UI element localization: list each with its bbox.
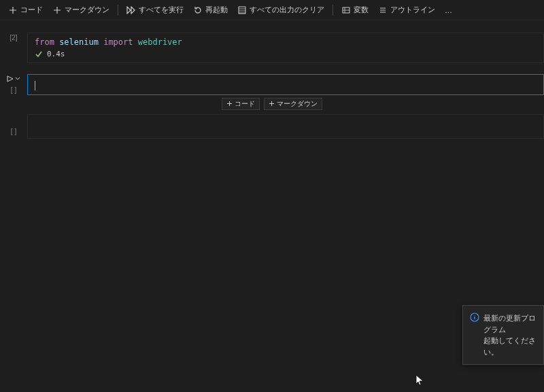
add-code-cell-button[interactable]: コード: [4, 3, 47, 17]
restart-icon: [193, 5, 203, 15]
variables-icon: [341, 5, 351, 15]
toast-line2: 起動してください。: [483, 335, 537, 357]
cell-type-icon: [ ]: [11, 128, 16, 135]
mouse-cursor: [415, 374, 425, 387]
execution-count: [2]: [10, 34, 17, 41]
outline-label: アウトライン: [390, 5, 435, 15]
run-all-label: すべてを実行: [139, 5, 184, 15]
add-code-label: コード: [20, 5, 43, 15]
cell-gutter: [ ]: [0, 74, 27, 95]
check-icon: [35, 50, 43, 58]
insert-markdown-button[interactable]: マークダウン: [264, 98, 322, 110]
add-markdown-cell-button[interactable]: マークダウン: [48, 3, 114, 17]
insert-code-button[interactable]: コード: [222, 98, 260, 110]
plus-icon: [52, 5, 62, 15]
toast-line1: 最新の更新プログラム: [483, 313, 537, 335]
code-cell: [ ]: [0, 74, 544, 95]
run-cell-button[interactable]: [7, 75, 20, 82]
update-notification-toast[interactable]: 最新の更新プログラム 起動してください。: [462, 305, 544, 365]
restart-label: 再起動: [205, 5, 228, 15]
notebook-toolbar: コード マークダウン すべてを実行 再起動 すべての出力のクリア 変数: [0, 0, 544, 20]
run-all-button[interactable]: すべてを実行: [122, 3, 188, 17]
clear-outputs-icon: [237, 5, 247, 15]
clear-outputs-button[interactable]: すべての出力のクリア: [233, 3, 328, 17]
plus-icon: [8, 5, 18, 15]
insert-code-label: コード: [235, 99, 255, 109]
cell-insert-toolbar: コード マークダウン: [0, 98, 544, 110]
code-cell: [2] from selenium import webdriver 0.4s: [0, 33, 544, 63]
more-actions-button[interactable]: …: [441, 4, 456, 16]
cell-type-icon: [ ]: [11, 86, 16, 94]
code-cell-editor[interactable]: [27, 74, 544, 95]
code-cell-editor[interactable]: [27, 114, 544, 139]
run-all-icon: [126, 5, 136, 15]
restart-button[interactable]: 再起動: [189, 3, 232, 17]
outline-button[interactable]: アウトライン: [374, 3, 439, 17]
toolbar-separator: [118, 5, 118, 16]
outline-icon: [378, 5, 388, 15]
plus-icon: [226, 101, 233, 107]
clear-outputs-label: すべての出力のクリア: [250, 5, 324, 15]
code-keyword: from: [35, 37, 54, 47]
chevron-down-icon: [15, 76, 20, 82]
code-cell: [ ]: [0, 114, 544, 139]
plus-icon: [269, 101, 275, 107]
toolbar-separator: [333, 5, 333, 16]
notebook-body: [2] from selenium import webdriver 0.4s: [0, 20, 544, 139]
cell-gutter: [2]: [0, 33, 27, 63]
toast-message: 最新の更新プログラム 起動してください。: [483, 313, 537, 357]
code-identifier: webdriver: [138, 37, 182, 47]
variables-button[interactable]: 変数: [337, 3, 373, 17]
cell-gutter: [ ]: [0, 114, 27, 139]
svg-rect-0: [239, 7, 245, 14]
add-markdown-label: マークダウン: [65, 5, 109, 15]
text-cursor: [35, 81, 35, 90]
info-icon: [470, 313, 479, 357]
cell-status: 0.4s: [35, 47, 537, 58]
code-keyword: import: [103, 37, 133, 47]
insert-markdown-label: マークダウン: [277, 99, 318, 109]
code-cell-editor[interactable]: from selenium import webdriver 0.4s: [27, 33, 544, 63]
more-label: …: [445, 6, 452, 14]
code-module: selenium: [59, 37, 99, 47]
execution-time: 0.4s: [47, 50, 65, 58]
variables-label: 変数: [354, 5, 369, 15]
